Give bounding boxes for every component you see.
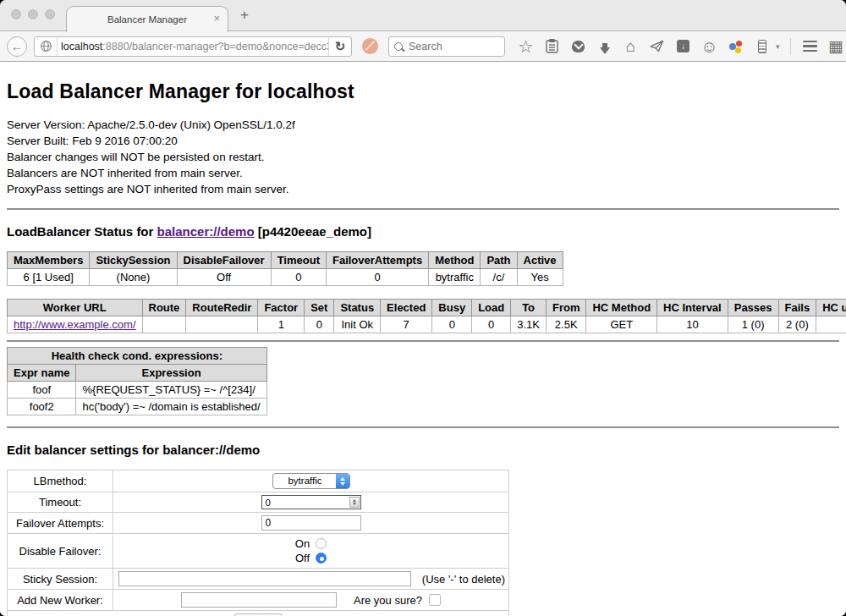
home-icon[interactable]: ⌂ [622,37,640,55]
feedback-smiley-icon[interactable]: ☺ [700,37,718,55]
col-status: Status [334,300,381,316]
bookmark-star-icon[interactable]: ☆ [517,37,535,55]
send-plane-icon[interactable] [648,37,666,55]
sticky-session-row: Sticky Session: (Use '-' to delete) [8,569,509,590]
tab-close-icon[interactable]: × [213,12,220,25]
cell-factor: 1 [258,316,305,333]
server-built-line: Server Built: Feb 9 2016 07:00:20 [7,133,839,149]
are-you-sure-checkbox[interactable] [429,594,441,606]
number-spinner-icon[interactable] [349,497,360,508]
url-text[interactable]: localhost:8880/balancer-manager?b=demo&n… [58,41,328,52]
cell-stickysession: (None) [90,269,177,286]
timeout-input[interactable] [261,495,361,509]
url-path: :8880/balancer-manager?b=demo&nonce=decc… [102,41,328,52]
worker-table: Worker URL Route RouteRedir Factor Set S… [7,299,846,333]
select-stepper-icon [336,474,349,488]
search-input[interactable] [407,40,486,53]
cell-status: Init Ok [334,316,381,333]
toolbar-icons: ☆ ⌂ ↓ ☺ ▾ ▦ [517,37,845,55]
back-button[interactable]: ← [7,36,27,57]
cell-hc-interval: 10 [657,316,728,333]
col-factor: Factor [258,300,305,316]
persist-note-line: Balancer changes will NOT be persisted o… [7,149,839,165]
chevron-down-icon[interactable]: ▾ [776,42,780,51]
battery-extension-icon[interactable] [753,37,771,55]
cell-active: Yes [517,269,563,286]
save-extension-icon[interactable]: ↓ [674,37,692,55]
section-divider [7,340,839,342]
balancer-demo-link[interactable]: balancer://demo [157,224,255,239]
new-tab-button[interactable]: + [240,7,249,24]
radio-off[interactable] [316,553,327,564]
submit-row: Submit [8,611,509,616]
minimize-window-button[interactable] [28,9,38,19]
radio-on[interactable] [316,538,327,549]
health-table-title: Health check cond. expressions: [8,348,267,365]
downloads-icon[interactable] [596,37,613,55]
col-from: From [546,300,586,316]
pocket-icon[interactable] [569,37,587,55]
reload-button[interactable]: ↻ [328,37,351,56]
window-controls[interactable] [11,9,55,19]
cell-method: bytraffic [429,269,481,286]
col-active: Active [517,252,563,269]
proxypass-note-line: ProxyPass settings are NOT inherited fro… [7,181,839,197]
col-expression: Expression [76,365,266,382]
zoom-window-button[interactable] [45,9,55,19]
col-busy: Busy [432,300,472,316]
menu-hamburger-icon[interactable] [801,37,819,55]
col-timeout: Timeout [271,252,326,269]
add-worker-input[interactable] [181,592,337,608]
balancer-status-table: MaxMembers StickySession DisableFailover… [7,251,563,286]
health-row-foof: foof %{REQUEST_STATUS} =~ /^[234]/ [8,382,267,399]
col-fails: Fails [778,300,816,316]
inherit-note-line: Balancers are NOT inherited from main se… [7,165,839,181]
cell-from: 2.5K [546,316,586,333]
clipboard-icon[interactable] [543,37,561,55]
col-path: Path [481,252,517,269]
url-host: localhost [61,41,102,52]
cell-expression: hc('body') =~ /domain is established/ [76,399,266,415]
col-disablefailover: DisableFailover [177,252,271,269]
radio-on-label: On [295,537,310,550]
worker-data-row: http://www.example.com/ 1 0 Init Ok 7 0 … [8,316,846,333]
col-stickysession: StickySession [90,252,177,269]
cell-load: 0 [472,316,511,333]
worker-url-link[interactable]: http://www.example.com/ [14,318,136,331]
timeout-row: Timeout: [8,492,509,513]
col-routeredir: RouteRedir [186,300,258,316]
status-heading-suffix: [p4420eeae_demo] [255,224,371,239]
col-route: Route [142,300,186,316]
cell-path: /c/ [481,269,517,286]
balancer-data-row: 6 [1 Used] (None) Off 0 0 bytraffic /c/ … [8,269,563,286]
cell-fails: 2 (0) [778,316,816,333]
colored-dots-extension-icon[interactable] [727,37,744,55]
tab-title: Balancer Manager [107,14,187,25]
worker-header-row: Worker URL Route RouteRedir Factor Set S… [8,300,846,316]
lbmethod-select[interactable]: bytraffic [272,473,350,489]
col-set: Set [305,300,334,316]
col-hc-interval: HC Interval [657,300,728,316]
sticky-session-label: Sticky Session: [8,569,113,590]
cell-expression: %{REQUEST_STATUS} =~ /^[234]/ [76,382,266,399]
url-bar[interactable]: localhost:8880/balancer-manager?b=demo&n… [34,36,352,57]
failover-attempts-input[interactable] [261,515,361,531]
lbmethod-row: LBmethod: bytraffic [8,470,509,492]
sticky-session-input[interactable] [118,571,411,586]
col-load: Load [472,300,511,316]
content-blocked-icon[interactable] [362,38,378,54]
server-info: Server Version: Apache/2.5.0-dev (Unix) … [7,117,839,197]
col-failoverattempts: FailoverAttempts [326,252,428,269]
col-method: Method [429,252,481,269]
page-title: Load Balancer Manager for localhost [7,80,839,103]
col-passes: Passes [728,300,778,316]
health-header-row: Expr name Expression [8,365,267,382]
are-you-sure-label: Are you sure? [354,594,422,607]
col-elected: Elected [381,300,432,316]
col-worker-url: Worker URL [8,300,143,316]
close-window-button[interactable] [11,9,21,19]
grid-extension-icon[interactable]: ▦ [827,37,845,55]
tab-balancer-manager[interactable]: Balancer Manager × [66,6,228,32]
search-bar[interactable] [388,36,505,57]
disable-failover-label: Disable Failover: [8,534,113,569]
